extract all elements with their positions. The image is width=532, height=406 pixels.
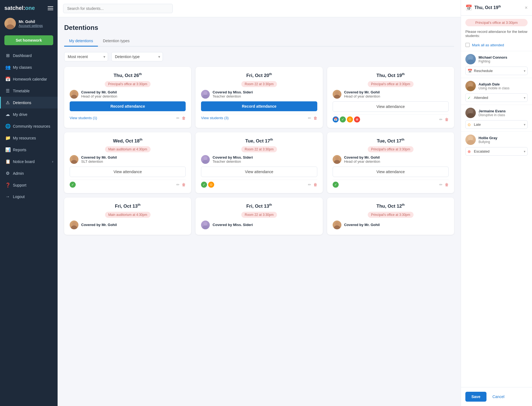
sidebar-item-notice-board[interactable]: 📋 Notice board ›	[0, 156, 58, 167]
card-teacher: Covered by Mr. Gohil Head of year detent…	[333, 90, 449, 99]
edit-icon[interactable]: ✏	[176, 182, 180, 187]
detention-type: Teacher detention	[213, 94, 253, 98]
view-attendance-button[interactable]: View attendance	[333, 167, 449, 177]
student-row: Jermaine Evans Disruptive in class	[465, 108, 528, 118]
svg-point-18	[335, 222, 339, 226]
student-record: Aaliyah Dale Using mobile in class ✓ Att…	[461, 78, 532, 105]
delete-icon[interactable]: 🗑	[445, 182, 449, 187]
student-reason: Bullying	[479, 140, 497, 144]
panel-footer: Save Cancel	[461, 387, 532, 406]
card-date: Fri, Oct 20th	[201, 72, 317, 78]
delete-icon[interactable]: 🗑	[313, 182, 317, 187]
user-name: Mr. Gohil	[19, 19, 43, 24]
view-attendance-button[interactable]: View attendance	[333, 101, 449, 112]
sidebar-item-community-resources[interactable]: 🌐 Community resources	[0, 120, 58, 132]
mark-all-label[interactable]: Mark all as attended	[472, 43, 504, 47]
card-date: Tue, Oct 17th	[333, 138, 449, 144]
escalated-status-icon: ⊗	[354, 116, 360, 122]
svg-point-14	[72, 222, 76, 226]
hamburger-menu[interactable]	[48, 6, 53, 10]
attendance-status-select[interactable]: Reschedule Attended Late Escalated	[465, 67, 528, 75]
sidebar-navigation: ⊞ Dashboard 👥 My classes 📅 Homework cale…	[0, 50, 58, 406]
delete-icon[interactable]: 🗑	[313, 116, 317, 120]
attended-status-icon: ✓	[333, 182, 339, 188]
sidebar-item-label: Community resources	[13, 124, 50, 128]
view-attendance-button[interactable]: View attendance	[201, 167, 317, 177]
sidebar-item-label: My drive	[13, 112, 27, 117]
card-location: Main auditorium at 4:30pm	[105, 146, 151, 152]
card-actions: ✏ 🗑	[176, 182, 186, 187]
card-date: Fri, Oct 13th	[201, 203, 317, 209]
sidebar-item-reports[interactable]: 📊 Reports	[0, 144, 58, 156]
view-attendance-button[interactable]: View attendance	[70, 167, 186, 177]
search-input[interactable]	[63, 4, 173, 13]
student-name: Michael Connors	[479, 55, 507, 59]
sidebar-item-my-classes[interactable]: 👥 My classes	[0, 61, 58, 73]
delete-icon[interactable]: 🗑	[445, 117, 449, 122]
sidebar-item-detentions[interactable]: ⚠ Detentions	[0, 97, 58, 108]
avatar	[4, 18, 16, 29]
card-footer: 📅 ✓ ⊙ ⊗ ✏ 🗑	[333, 115, 449, 122]
sidebar-item-dashboard[interactable]: ⊞ Dashboard	[0, 50, 58, 61]
edit-icon[interactable]: ✏	[308, 116, 311, 120]
detention-card: Fri, Oct 13th Main auditorium at 4:30pm …	[64, 198, 191, 235]
sidebar-item-logout[interactable]: → Logout	[0, 191, 58, 202]
svg-point-2	[72, 91, 76, 95]
delete-icon[interactable]: 🗑	[182, 116, 186, 120]
tab-detention-types[interactable]: Detention types	[98, 36, 134, 47]
attendance-status-select[interactable]: Attended Reschedule Late Escalated	[465, 93, 528, 102]
close-button[interactable]: ×	[525, 5, 528, 11]
sidebar-item-label: Timetable	[13, 89, 30, 93]
svg-point-8	[72, 156, 76, 160]
teacher-name: Covered by Miss. Sideri	[213, 223, 253, 227]
record-attendance-button[interactable]: Record attendance	[201, 101, 317, 111]
teacher-avatar	[333, 90, 341, 99]
teacher-avatar	[201, 221, 210, 229]
edit-icon[interactable]: ✏	[439, 182, 443, 187]
teacher-avatar	[201, 155, 210, 164]
edit-icon[interactable]: ✏	[439, 117, 443, 122]
edit-icon[interactable]: ✏	[308, 182, 311, 187]
sidebar: satchel:one Mr. Gohil Account settings S…	[0, 0, 58, 406]
card-actions: ✏ 🗑	[439, 182, 449, 187]
status-select-wrap: ⊙ Late Attended Reschedule Escalated ▾	[465, 120, 528, 129]
sidebar-logo: satchel:one	[0, 0, 58, 14]
my-drive-icon: ☁	[5, 112, 10, 117]
sidebar-item-admin[interactable]: ⚙ Admin	[0, 167, 58, 179]
sidebar-item-my-resources[interactable]: 📁 My resources	[0, 132, 58, 144]
status-icons: 📅 ✓ ⊙ ⊗	[333, 116, 360, 122]
svg-point-0	[8, 20, 13, 25]
tab-my-detentions[interactable]: My detentions	[64, 36, 98, 47]
save-button[interactable]: Save	[465, 392, 486, 402]
status-icon: ⊗	[468, 149, 471, 154]
mark-all-checkbox[interactable]	[465, 43, 470, 47]
card-location: Principal's office at 3:30pm	[105, 81, 151, 87]
account-settings-link[interactable]: Account settings	[19, 24, 43, 28]
card-location: Room 22 at 3:30pm	[241, 81, 277, 87]
svg-point-1	[6, 24, 14, 29]
detention-type: Head of year detention	[81, 94, 117, 98]
view-students-link[interactable]: View students (3)	[201, 116, 228, 120]
set-homework-button[interactable]: Set homework	[4, 35, 53, 45]
edit-icon[interactable]: ✏	[176, 116, 180, 120]
sidebar-item-support[interactable]: ❓ Support	[0, 179, 58, 191]
student-name: Aaliyah Dale	[479, 82, 510, 86]
card-teacher: Covered by Mr. Gohil	[333, 221, 449, 229]
sidebar-item-timetable[interactable]: ☰ Timetable	[0, 85, 58, 97]
reports-icon: 📊	[5, 147, 10, 152]
sidebar-item-my-drive[interactable]: ☁ My drive	[0, 108, 58, 120]
view-students-link[interactable]: View students (1)	[70, 116, 97, 120]
status-icons: ✓ ⊙	[201, 182, 214, 188]
type-filter[interactable]: Detention type Head of year detention Te…	[111, 52, 163, 61]
record-attendance-button[interactable]: Record attendance	[70, 101, 186, 111]
status-select-wrap: ✓ Attended Reschedule Late Escalated ▾	[465, 93, 528, 102]
sidebar-item-label: Reports	[13, 148, 26, 152]
delete-icon[interactable]: 🗑	[182, 182, 186, 187]
teacher-name: Covered by Miss. Sideri	[213, 90, 253, 94]
attendance-status-select[interactable]: Escalated Attended Reschedule Late	[465, 147, 528, 156]
sort-filter[interactable]: Most recent Oldest first	[64, 52, 108, 61]
student-name: Jermaine Evans	[479, 109, 506, 113]
cancel-button[interactable]: Cancel	[490, 392, 507, 402]
attendance-status-select[interactable]: Late Attended Reschedule Escalated	[465, 120, 528, 129]
sidebar-item-homework-calendar[interactable]: 📅 Homework calendar	[0, 73, 58, 85]
